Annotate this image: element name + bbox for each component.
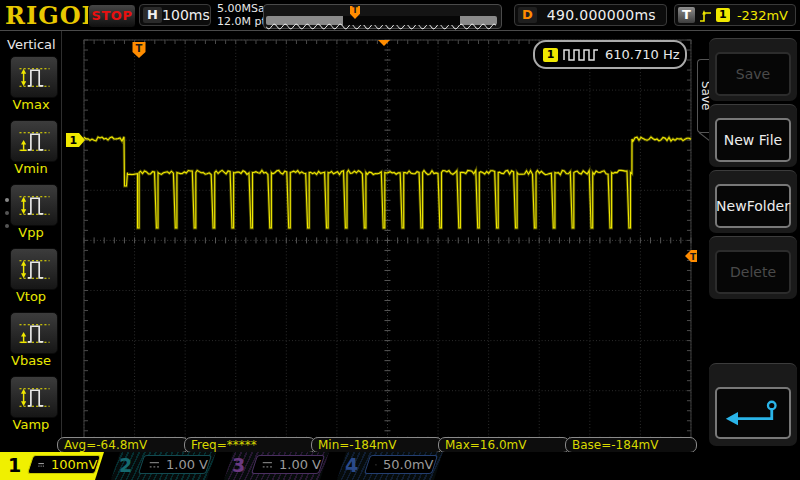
channel-3-number: 3 [232,454,245,476]
preview-memory-bar [266,16,497,25]
save-button[interactable]: Save [715,52,791,96]
channel-4-scale-box: 50.0mV [364,455,438,474]
page-indicator-dot [5,224,9,228]
measurement-avg[interactable]: Avg=-64.8mV [57,437,189,453]
channel-2-scale: 1.00 V [166,457,208,472]
top-status-bar: RIGOL STOP H 100ms 5.00MSa/s 12.0M pts T… [0,0,800,31]
page-indicator-dot [5,211,9,215]
freq-counter-channel-badge: 1 [543,48,558,62]
delay-widget[interactable]: D 490.000000ms [514,4,667,26]
channel-4-scale: 50.0mV [383,457,434,472]
dc-coupling-icon [375,460,377,470]
measurement-freq[interactable]: Freq=***** [184,437,316,453]
vbase-button[interactable] [10,312,58,354]
menu-slot: New File [709,104,797,167]
sidebar-title: Vertical [7,37,56,52]
vbase-icon [16,320,52,347]
measurement-max[interactable]: Max=16.0mV [438,437,570,453]
freq-counter-value: 610.710 Hz [605,47,680,62]
save-menu-panel: Save Save New File NewFolder Delete [697,31,800,450]
vtop-button[interactable] [10,248,58,290]
vpp-icon [16,192,52,219]
channel-2-scale-box: 1.00 V [138,455,212,474]
dc-coupling-icon [38,460,45,470]
frequency-counter: 1 610.710 Hz [533,40,687,69]
channel-1-number: 1 [8,454,21,476]
timebase-value: 100ms [162,7,210,23]
delay-center-marker [378,40,390,46]
vamp-icon [16,384,52,411]
horizontal-timebase-widget[interactable]: H 100ms [139,4,211,26]
back-button[interactable] [715,387,791,439]
vmax-button[interactable] [10,56,58,98]
run-state-indicator[interactable]: STOP [88,4,136,28]
channel-1-scale: 100mV [51,457,97,472]
oscilloscope-screen: RIGOL STOP H 100ms 5.00MSa/s 12.0M pts T… [0,0,800,480]
vamp-button[interactable] [10,376,58,418]
vmin-button[interactable] [10,120,58,162]
measure-sidebar: Vertical Vmax Vmin Vpp Vtop Vbase Vamp [0,31,62,450]
rigol-logo: RIGOL [5,1,99,30]
menu-slot [709,363,797,446]
channel-4-badge[interactable]: 4 50.0mV [337,452,445,480]
trigger-source-badge: 1 [716,8,730,22]
return-arrow-icon [723,398,783,428]
trigger-level-value: -232mV [730,8,795,23]
dc-coupling-icon [262,460,273,470]
vpp-button[interactable] [10,184,58,226]
rising-edge-icon [699,8,712,23]
page-indicator-dot [5,198,9,202]
menu-slot: Save [709,38,797,101]
square-wave-icon [563,49,599,61]
horizontal-label: H [143,7,162,23]
vmin-label: Vmin [0,161,62,176]
vtop-icon [16,256,52,283]
channel-1-scale-box: 100mV [27,455,101,474]
vtop-label: Vtop [0,289,62,304]
channel-status-bar: 1 100mV 2 1.00 V 3 [0,452,800,480]
dc-coupling-icon [149,460,160,470]
channel-3-scale: 1.00 V [279,457,321,472]
vmax-icon [16,64,52,91]
channel-2-badge[interactable]: 2 1.00 V [111,452,218,480]
svg-text:T: T [136,43,143,54]
measurement-base[interactable]: Base=-184mV [565,437,697,453]
vpp-label: Vpp [0,225,62,240]
channel-3-scale-box: 1.00 V [251,455,325,474]
vmin-icon [16,128,52,155]
waveform-position-preview[interactable]: T [263,4,502,29]
delete-button[interactable]: Delete [715,250,791,294]
menu-slot: NewFolder [709,170,797,233]
channel-2-number: 2 [119,454,132,476]
measurement-min[interactable]: Min=-184mV [311,437,443,453]
vamp-label: Vamp [0,417,62,432]
trigger-widget[interactable]: T 1 -232mV [674,4,796,26]
menu-slot: Delete [709,236,797,299]
waveform-display-area: TT1 [62,31,700,450]
channel-3-badge[interactable]: 3 1.00 V [224,452,331,480]
delay-value: 490.000000ms [537,7,666,23]
svg-text:1: 1 [70,134,78,147]
new-folder-button[interactable]: NewFolder [715,184,791,228]
vmax-label: Vmax [0,97,62,112]
channel-4-number: 4 [345,454,358,476]
preview-visible-window[interactable] [343,16,460,25]
channel-1-badge[interactable]: 1 100mV [0,452,107,480]
svg-text:T: T [690,252,697,262]
new-file-button[interactable]: New File [715,118,791,162]
vbase-label: Vbase [0,353,62,368]
trigger-label: T [678,7,695,23]
delay-label: D [518,7,537,23]
